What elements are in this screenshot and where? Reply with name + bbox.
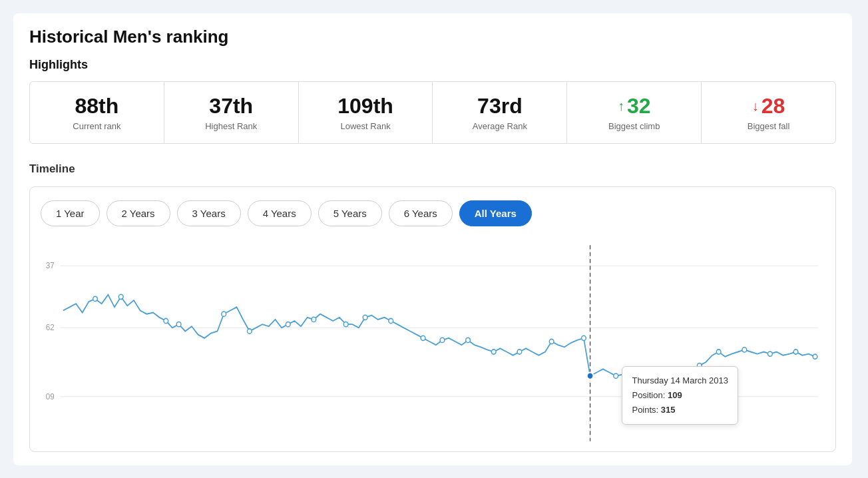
page-container: Historical Men's ranking Highlights 88th… (13, 13, 852, 465)
highlight-value-4: ↑32 (574, 94, 694, 119)
page-title: Historical Men's ranking (29, 27, 836, 47)
filter-btn-all-years[interactable]: All Years (459, 200, 532, 226)
svg-point-28 (665, 370, 670, 375)
chart-section: 1 Year2 Years3 Years4 Years5 Years6 Year… (29, 186, 836, 452)
svg-text:62: 62 (46, 323, 55, 332)
filter-btn-4-years[interactable]: 4 Years (248, 200, 312, 226)
highlight-sub-5: Biggest fall (708, 121, 829, 131)
svg-point-14 (312, 317, 316, 322)
svg-point-27 (639, 372, 644, 377)
svg-point-10 (176, 322, 181, 327)
highlight-sub-0: Current rank (37, 121, 157, 131)
filter-btn-1-year[interactable]: 1 Year (41, 200, 100, 226)
highlight-sub-4: Biggest climb (574, 121, 694, 131)
highlights-row: 88thCurrent rank37thHighest Rank109thLow… (29, 81, 836, 144)
filter-btn-6-years[interactable]: 6 Years (389, 200, 453, 226)
svg-point-33 (793, 350, 798, 354)
svg-point-23 (549, 339, 554, 344)
highlight-value-2: 109th (306, 94, 426, 119)
chart-area: 37 62 09 (41, 238, 825, 445)
svg-point-13 (286, 322, 290, 327)
filter-btn-2-years[interactable]: 2 Years (107, 200, 170, 226)
svg-point-19 (440, 338, 445, 342)
highlight-value-1: 37th (171, 94, 292, 119)
highlight-value-3: 73rd (439, 94, 560, 119)
highlight-value-0: 88th (37, 94, 157, 119)
svg-point-26 (614, 373, 618, 378)
svg-text:09: 09 (46, 391, 55, 401)
svg-point-18 (421, 336, 425, 340)
svg-point-32 (768, 352, 773, 356)
highlight-cell-1: 37thHighest Rank (164, 82, 299, 143)
svg-text:37: 37 (46, 261, 55, 270)
highlight-cell-2: 109thLowest Rank (299, 82, 433, 143)
highlight-cell-4: ↑32Biggest climb (567, 82, 702, 143)
svg-point-30 (716, 350, 721, 354)
svg-point-12 (247, 329, 252, 334)
svg-point-31 (742, 348, 747, 352)
chart-svg: 37 62 09 (41, 238, 825, 445)
timeline-label: Timeline (29, 162, 836, 176)
highlight-sub-2: Lowest Rank (306, 121, 426, 131)
svg-point-21 (491, 350, 496, 354)
arrow-down-icon: ↓ (752, 99, 759, 114)
arrow-up-icon: ↑ (618, 99, 624, 114)
highlight-sub-3: Average Rank (439, 121, 560, 131)
svg-point-9 (164, 318, 168, 323)
svg-point-8 (118, 294, 123, 299)
svg-point-17 (389, 318, 393, 323)
svg-point-15 (343, 322, 348, 327)
highlight-cell-0: 88thCurrent rank (30, 82, 164, 143)
filter-btn-5-years[interactable]: 5 Years (318, 200, 382, 226)
highlight-sub-1: Highest Rank (171, 121, 292, 131)
highlights-label: Highlights (29, 58, 836, 72)
highlight-value-5: ↓28 (708, 94, 829, 119)
svg-point-20 (466, 338, 471, 342)
svg-point-29 (697, 363, 702, 368)
svg-point-16 (363, 315, 367, 320)
svg-point-25 (587, 373, 594, 379)
svg-point-34 (813, 354, 817, 359)
svg-point-7 (93, 296, 98, 301)
svg-point-11 (222, 312, 226, 316)
svg-point-24 (582, 336, 586, 340)
svg-point-22 (517, 350, 522, 354)
highlight-cell-3: 73rdAverage Rank (433, 82, 567, 143)
highlight-cell-5: ↓28Biggest fall (702, 82, 835, 143)
filter-buttons: 1 Year2 Years3 Years4 Years5 Years6 Year… (41, 200, 825, 226)
filter-btn-3-years[interactable]: 3 Years (177, 200, 241, 226)
